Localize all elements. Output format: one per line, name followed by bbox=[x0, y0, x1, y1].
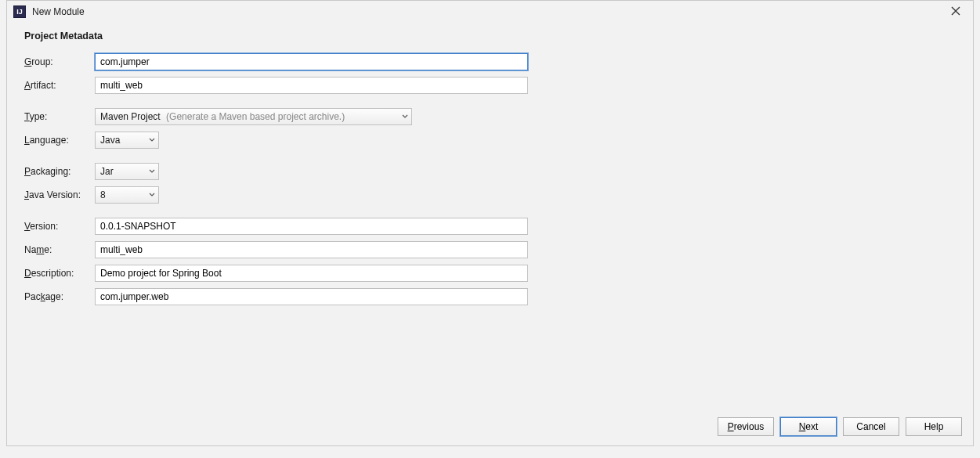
language-select[interactable]: Java bbox=[95, 132, 159, 149]
dialog-content: Project Metadata Group: Artifact: Type: … bbox=[7, 23, 973, 409]
version-input[interactable] bbox=[95, 218, 528, 235]
package-label: Package: bbox=[24, 291, 95, 302]
help-button[interactable]: Help bbox=[906, 417, 962, 436]
previous-button[interactable]: Previous bbox=[718, 417, 774, 436]
chevron-down-icon bbox=[402, 111, 408, 122]
chevron-down-icon bbox=[149, 166, 155, 177]
group-input[interactable] bbox=[95, 53, 528, 70]
type-select[interactable]: Maven Project (Generate a Maven based pr… bbox=[95, 108, 412, 125]
java-version-label: Java Version: bbox=[24, 189, 95, 200]
description-input[interactable] bbox=[95, 265, 528, 282]
button-bar: Previous Next Cancel Help bbox=[7, 409, 973, 445]
artifact-input[interactable] bbox=[95, 77, 528, 94]
window-title: New Module bbox=[32, 6, 945, 17]
close-icon[interactable] bbox=[945, 4, 967, 20]
description-label: Description: bbox=[24, 268, 95, 279]
new-module-dialog: IJ New Module Project Metadata Group: Ar… bbox=[6, 0, 974, 446]
name-label: Name: bbox=[24, 244, 95, 255]
artifact-label: Artifact: bbox=[24, 80, 95, 91]
packaging-select[interactable]: Jar bbox=[95, 163, 159, 180]
chevron-down-icon bbox=[149, 135, 155, 146]
packaging-label: Packaging: bbox=[24, 166, 95, 177]
app-icon: IJ bbox=[13, 5, 26, 18]
java-version-select[interactable]: 8 bbox=[95, 186, 159, 204]
chevron-down-icon bbox=[149, 189, 155, 200]
type-label: Type: bbox=[24, 111, 95, 122]
cancel-button[interactable]: Cancel bbox=[843, 417, 899, 436]
version-label: Version: bbox=[24, 221, 95, 232]
language-label: Language: bbox=[24, 135, 95, 146]
next-button[interactable]: Next bbox=[780, 417, 837, 436]
group-label: Group: bbox=[24, 56, 95, 67]
titlebar: IJ New Module bbox=[7, 1, 973, 23]
name-input[interactable] bbox=[95, 241, 528, 258]
package-input[interactable] bbox=[95, 288, 528, 305]
section-title: Project Metadata bbox=[24, 31, 956, 41]
